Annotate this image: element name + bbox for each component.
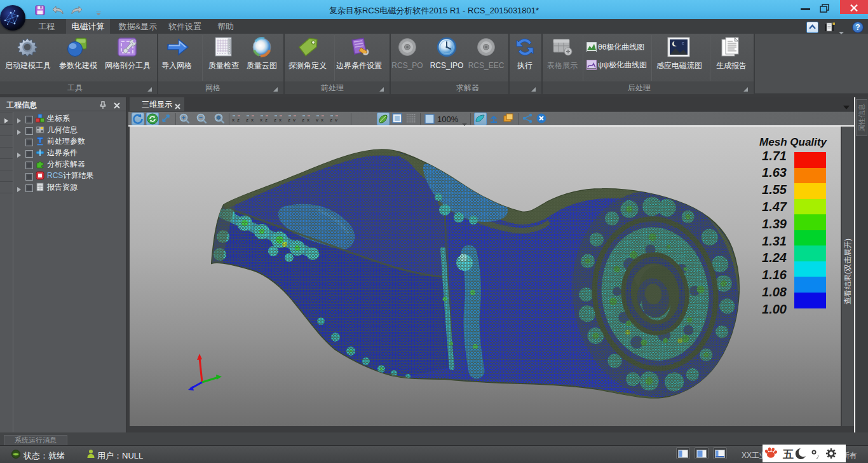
svg-text:x: x [307,117,309,123]
svg-text:v: v [335,117,337,123]
svg-text:z: z [302,117,304,123]
svg-text:x: x [251,117,254,123]
svg-text:z: z [288,117,290,123]
svg-text:x: x [321,117,323,123]
svg-text:z: z [246,117,248,123]
svg-text:x: x [260,117,262,123]
svg-text:c: c [682,41,684,45]
svg-text:五: 五 [782,448,794,460]
svg-text:z: z [330,117,332,123]
svg-text:z: z [237,117,240,123]
svg-text:x: x [279,117,281,123]
svg-text:z: z [265,117,268,123]
svg-text:v: v [316,117,318,123]
svg-text:z: z [274,117,276,123]
svg-text:v: v [293,117,295,123]
svg-text:x: x [232,117,234,123]
